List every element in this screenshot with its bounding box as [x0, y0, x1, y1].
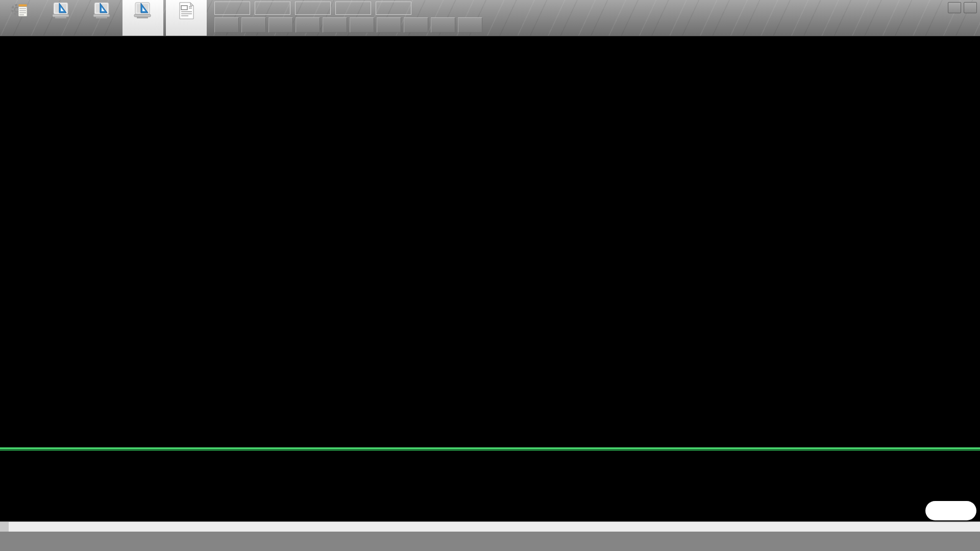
nesting-icon [133, 1, 153, 20]
app-tab-5[interactable] [166, 0, 207, 36]
menu-item-4[interactable] [335, 2, 371, 15]
menu-column [214, 0, 485, 33]
menu-item-2[interactable] [255, 2, 290, 15]
app-tab-3[interactable] [82, 0, 122, 36]
settings-icon [92, 1, 112, 20]
horizontal-scrollbar[interactable] [0, 521, 980, 532]
minimize-button[interactable] [948, 2, 961, 13]
tool-button-2[interactable] [241, 17, 266, 33]
window-controls [948, 2, 977, 13]
memory-usage-badge [925, 501, 976, 520]
system-icon [10, 1, 31, 20]
app-tab-2[interactable] [41, 0, 82, 36]
tool-button-8[interactable] [404, 17, 428, 33]
tool-button-6[interactable] [350, 17, 374, 33]
close-button[interactable] [964, 2, 977, 13]
tool-button-9[interactable] [431, 17, 455, 33]
app-tabs [0, 0, 207, 36]
tool-button-7[interactable] [377, 17, 401, 33]
nesting-canvas[interactable] [0, 36, 980, 447]
menu-item-1[interactable] [214, 2, 250, 15]
tool-button-3[interactable] [268, 17, 293, 33]
memory-percent-indicator [926, 502, 944, 519]
bottom-status-band [0, 532, 980, 551]
scroll-right-arrow-icon[interactable] [971, 522, 980, 532]
top-ribbon [0, 0, 980, 36]
nesting-workspace[interactable] [0, 36, 980, 447]
tool-button-5[interactable] [323, 17, 347, 33]
tool-button-4[interactable] [296, 17, 320, 33]
report-icon [176, 1, 197, 20]
tool-button-10[interactable] [458, 17, 482, 33]
piece-thumbnail-strip [0, 450, 980, 521]
menu-item-5[interactable] [376, 2, 411, 15]
scroll-left-arrow-icon[interactable] [0, 522, 9, 532]
tool-button-1[interactable] [214, 17, 239, 33]
tool-row [214, 17, 485, 33]
menu-row [214, 2, 485, 15]
app-tab-4[interactable] [122, 0, 163, 36]
app-tab-1[interactable] [0, 0, 41, 36]
design-icon [51, 1, 71, 20]
menu-item-3[interactable] [295, 2, 331, 15]
